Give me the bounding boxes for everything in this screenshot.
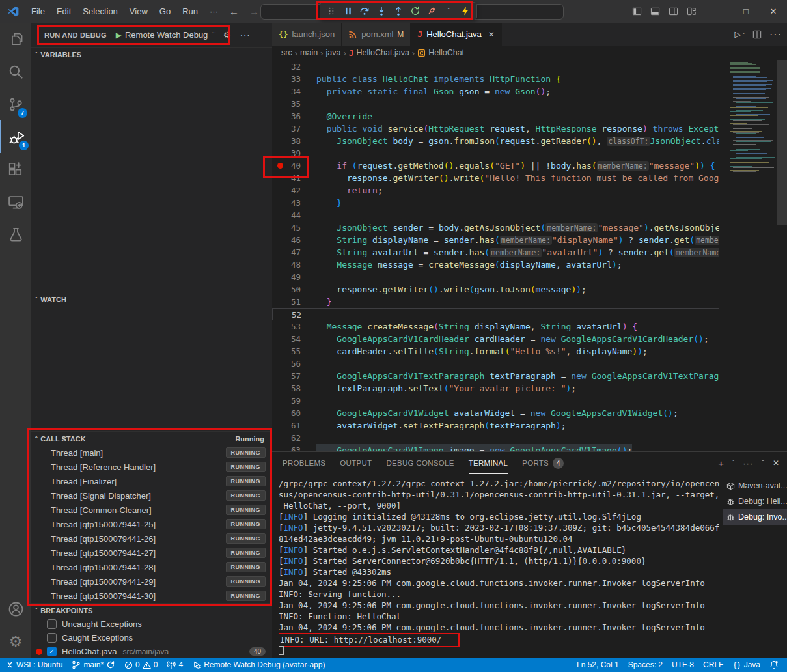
line-number[interactable]: 62 <box>272 432 301 444</box>
code-line-38[interactable]: 38 JsonObject body = gson.fromJson(reque… <box>272 135 719 147</box>
code-line-40[interactable]: 40 if (request.getMethod().equals("GET")… <box>272 160 719 172</box>
line-number[interactable]: 60 <box>272 407 301 419</box>
breadcrumb-item[interactable]: HelloChat <box>428 48 464 57</box>
close-button[interactable]: ✕ <box>760 0 787 23</box>
line-number[interactable]: 55 <box>272 345 301 357</box>
code-line-48[interactable]: 48 Message message = createMessage(displ… <box>272 259 719 271</box>
breadcrumb-item[interactable]: src <box>281 48 292 57</box>
pause-icon[interactable] <box>340 4 356 18</box>
sidebar-more-actions-icon[interactable]: ··· <box>240 30 251 40</box>
menu-edit[interactable]: Edit <box>51 7 77 16</box>
watch-section-header[interactable]: ˆ WATCH <box>31 292 272 307</box>
code-line-33[interactable]: 33public class HelloChat implements Http… <box>272 73 719 85</box>
start-debug-icon[interactable]: ▶ <box>116 31 122 40</box>
activity-accounts-icon[interactable] <box>0 593 31 625</box>
breadcrumb-item[interactable]: java <box>325 48 340 57</box>
menu-view[interactable]: View <box>124 7 154 16</box>
restart-icon[interactable] <box>407 4 423 18</box>
breakpoint-row[interactable]: Caught Exceptions <box>31 631 272 645</box>
activity-search-icon[interactable] <box>0 55 31 88</box>
call-stack-thread-row[interactable]: Thread [qtp1500079441-29]RUNNING <box>31 574 272 589</box>
line-number[interactable]: 48 <box>272 259 301 271</box>
status-ports-forwarded[interactable]: 4 <box>162 658 187 672</box>
line-number[interactable]: 32 <box>272 61 301 73</box>
line-number[interactable]: 46 <box>272 234 301 246</box>
new-terminal-icon[interactable]: + <box>718 458 724 469</box>
editor-more-actions-icon[interactable]: ··· <box>769 29 782 40</box>
hot-code-replace-icon[interactable] <box>458 4 473 18</box>
terminal-dropdown-icon[interactable]: ˇ <box>732 460 734 467</box>
disconnect-icon[interactable] <box>424 4 439 18</box>
line-number[interactable]: 47 <box>272 246 301 259</box>
breadcrumb-item[interactable]: HelloChat.java <box>357 48 409 57</box>
activity-run-and-debug-icon[interactable]: 1 <box>0 120 33 153</box>
code-line-51[interactable]: 51 } <box>272 296 719 308</box>
status-git-branch[interactable]: main* <box>67 658 120 672</box>
line-number[interactable]: 36 <box>272 110 301 122</box>
code-line-47[interactable]: 47 String avatarUrl = sender.has(memberN… <box>272 246 719 259</box>
code-line-44[interactable]: 44 <box>272 209 719 221</box>
line-number[interactable]: 44 <box>272 209 301 221</box>
editor-scrollbar[interactable] <box>777 60 787 225</box>
line-number[interactable]: 63 <box>272 444 301 451</box>
code-line-49[interactable]: 49 <box>272 271 719 283</box>
panel-tab-ports[interactable]: PORTS4 <box>522 452 564 474</box>
call-stack-thread-row[interactable]: Thread [Reference Handler]RUNNING <box>31 460 272 474</box>
line-number[interactable]: 58 <box>272 382 301 395</box>
line-number[interactable]: 59 <box>272 395 301 407</box>
call-stack-thread-row[interactable]: Thread [Signal Dispatcher]RUNNING <box>31 488 272 503</box>
line-number[interactable]: 38 <box>272 135 301 147</box>
minimap[interactable] <box>728 61 775 425</box>
menu-selection[interactable]: Selection <box>77 7 123 16</box>
activity-explorer-icon[interactable] <box>0 23 31 55</box>
code-line-55[interactable]: 55 cardHeader.setTitle(String.format("He… <box>272 345 719 357</box>
toggle-panel-icon[interactable] <box>650 7 669 16</box>
code-editor[interactable]: 3233public class HelloChat implements Ht… <box>272 60 719 451</box>
line-number[interactable]: 53 <box>272 320 301 333</box>
close-panel-icon[interactable]: ✕ <box>773 458 779 468</box>
tab-launch-json[interactable]: {}launch.json <box>272 23 342 46</box>
tab-pom-xml[interactable]: pom.xmlM <box>342 23 411 46</box>
breakpoint-checkbox[interactable] <box>47 633 57 643</box>
code-line-57[interactable]: 57 GoogleAppsCardV1TextParagraph textPar… <box>272 370 719 382</box>
call-stack-thread-row[interactable]: Thread [Common-Cleaner]RUNNING <box>31 503 272 517</box>
code-line-45[interactable]: 45 JsonObject sender = body.getAsJsonObj… <box>272 221 719 234</box>
breakpoints-section-header[interactable]: ˆ BREAKPOINTS <box>31 603 272 618</box>
code-line-43[interactable]: 43 } <box>272 197 719 209</box>
debug-config-dropdown[interactable]: ▶ Remote Watch Debug ˈ˘ <box>116 30 215 40</box>
call-stack-thread-row[interactable]: Thread [main]RUNNING <box>31 445 272 460</box>
status-debug-session[interactable]: Remote Watch Debug (avatar-app) <box>187 658 329 672</box>
status-indentation[interactable]: Spaces: 2 <box>624 658 667 672</box>
code-line-42[interactable]: 42 return; <box>272 184 719 197</box>
toggle-secondary-sidebar-icon[interactable] <box>669 7 687 16</box>
menu-go[interactable]: Go <box>154 7 176 16</box>
debug-settings-gear-icon[interactable]: ⚙ <box>223 30 231 40</box>
line-number[interactable]: 41 <box>272 172 301 184</box>
step-over-icon[interactable] <box>357 4 372 18</box>
breadcrumb[interactable]: src›main›java›JHelloChat.java›HelloChat <box>272 46 719 60</box>
code-line-35[interactable]: 35 <box>272 98 719 110</box>
maximize-button[interactable]: □ <box>732 0 760 23</box>
code-line-37[interactable]: 37 public void service(HttpRequest reque… <box>272 122 719 135</box>
tab-close-icon[interactable]: ✕ <box>488 30 495 39</box>
breadcrumb-item[interactable]: main <box>300 48 318 57</box>
chevron-down-icon[interactable]: ˇ <box>441 4 456 18</box>
status-eol-sequence[interactable]: CRLF <box>698 658 728 672</box>
code-line-60[interactable]: 60 GoogleAppsCardV1Widget avatarWidget =… <box>272 407 719 419</box>
debug-config-label[interactable]: Remote Watch Debug <box>125 30 208 40</box>
line-number[interactable]: 50 <box>272 283 301 296</box>
code-line-39[interactable]: 39 <box>272 147 719 160</box>
maximize-panel-icon[interactable]: ˆ <box>762 459 764 467</box>
code-line-53[interactable]: 53 Message createMessage(String displayN… <box>272 320 719 333</box>
line-number[interactable]: 49 <box>272 271 301 283</box>
call-stack-thread-row[interactable]: Thread [qtp1500079441-26]RUNNING <box>31 531 272 546</box>
activity-testing-icon[interactable] <box>0 218 31 251</box>
line-number[interactable]: 57 <box>272 370 301 382</box>
call-stack-thread-row[interactable]: Thread [qtp1500079441-27]RUNNING <box>31 546 272 560</box>
code-line-63[interactable]: 63 GoogleAppsCardV1Image image = new Goo… <box>272 444 719 451</box>
status-language-mode[interactable]: {}Java <box>728 658 765 672</box>
code-line-58[interactable]: 58 textParagraph.setText("Your avatar pi… <box>272 382 719 395</box>
nav-back-icon[interactable]: ← <box>224 6 244 17</box>
code-line-59[interactable]: 59 <box>272 395 719 407</box>
breakpoint-checkbox[interactable]: ✓ <box>47 647 57 656</box>
